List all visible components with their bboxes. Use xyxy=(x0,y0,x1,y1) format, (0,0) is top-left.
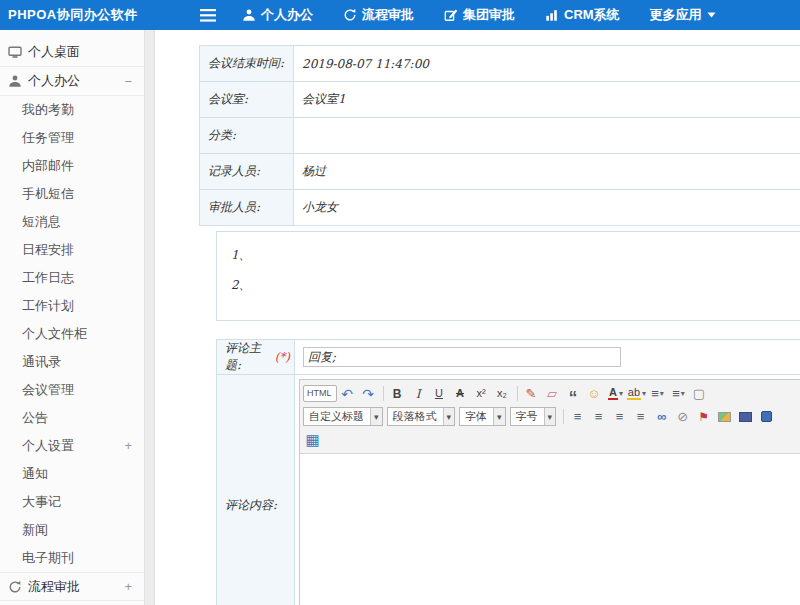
sidebar-item[interactable]: 通知 xyxy=(0,460,144,488)
align-center-button[interactable]: ≡ xyxy=(589,407,609,427)
attachment-button[interactable] xyxy=(757,407,777,427)
new-document-button[interactable]: ▢ xyxy=(690,384,710,404)
toolbar-dropdown[interactable]: 段落格式 ▾ xyxy=(387,407,456,426)
nav-more-apps[interactable]: 更多应用 xyxy=(650,6,716,24)
sidebar-item[interactable]: 个人文件柜 xyxy=(0,320,144,348)
top-nav: 个人办公 流程审批 集团审批 CRM系统 更多应用 xyxy=(242,6,716,24)
sidebar-item[interactable]: 任务管理 xyxy=(0,124,144,152)
highlight-color-button[interactable]: ab ▾ xyxy=(627,384,647,404)
font-color-button[interactable]: A ▾ xyxy=(606,384,626,404)
flow-icon xyxy=(8,580,22,594)
toolbar-dropdown[interactable]: 自定义标题 ▾ xyxy=(303,407,383,426)
underline-button[interactable]: U xyxy=(430,384,450,404)
toolbar-dropdown[interactable]: 字体 ▾ xyxy=(459,407,506,426)
table-row: 记录人员: 杨过 xyxy=(200,154,800,190)
sidebar-item-label: 电子期刊 xyxy=(22,544,74,572)
row-label: 记录人员: xyxy=(200,154,294,189)
user-icon xyxy=(8,74,22,88)
sidebar-item[interactable]: 大事记 xyxy=(0,488,144,516)
unlink-button[interactable]: ⊘ xyxy=(673,407,693,427)
editor-content-area[interactable] xyxy=(300,454,800,605)
undo-button[interactable]: ↶ xyxy=(338,384,358,404)
sidebar-item-label: 短消息 xyxy=(22,208,61,236)
table-row: 审批人员: 小龙女 xyxy=(200,190,800,226)
table-row: 分类: xyxy=(200,118,800,154)
sidebar-item[interactable]: 工作计划 xyxy=(0,292,144,320)
dropdown-caret-icon: ▾ xyxy=(493,408,505,425)
sidebar-item[interactable]: 手机短信 xyxy=(0,180,144,208)
sidebar-item[interactable]: 新闻 xyxy=(0,516,144,544)
hamburger-menu-icon[interactable] xyxy=(200,9,216,22)
comment-subject-input[interactable] xyxy=(303,347,621,367)
section-toggle[interactable]: − xyxy=(124,74,132,89)
align-left-button[interactable]: ≡ xyxy=(568,407,588,427)
sidebar-item-personal-desktop[interactable]: 个人桌面 xyxy=(0,38,144,67)
sidebar: 个人桌面 个人办公 − 我的考勤 任务管理 xyxy=(0,30,145,605)
toolbar-dropdown[interactable]: 字号 ▾ xyxy=(510,407,557,426)
sidebar-item-label: 大事记 xyxy=(22,488,61,516)
sidebar-item-label: 工作计划 xyxy=(22,292,74,320)
clear-format-button[interactable]: ▱ xyxy=(543,384,563,404)
superscript-button[interactable]: x² xyxy=(472,384,492,404)
nav-group-approval[interactable]: 集团审批 xyxy=(444,6,515,24)
redo-button[interactable]: ↷ xyxy=(359,384,379,404)
nav-workflow-approval[interactable]: 流程审批 xyxy=(343,6,414,24)
sidebar-item[interactable]: 会议管理 xyxy=(0,376,144,404)
ordered-list-button[interactable]: ≡ ▾ xyxy=(648,384,668,404)
app-window: PHPOA协同办公软件 个人办公 流程审批 集团审批 xyxy=(0,0,800,605)
nav-personal-office[interactable]: 个人办公 xyxy=(242,6,313,24)
comment-form: 评论主题: (*) 评论内容: xyxy=(216,339,800,605)
insert-table-button[interactable]: ▦ xyxy=(303,430,323,450)
sidebar-item[interactable]: 内部邮件 xyxy=(0,152,144,180)
sidebar-item-label: 通知 xyxy=(22,460,48,488)
table-row: 会议结束时间: 2019-08-07 11:47:00 xyxy=(200,46,800,82)
desktop-icon xyxy=(8,45,22,59)
subscript-button[interactable]: x₂ xyxy=(493,384,513,404)
app-title: PHPOA协同办公软件 xyxy=(0,6,150,24)
align-right-button[interactable]: ≡ xyxy=(610,407,630,427)
row-value: 会议室1 xyxy=(294,82,800,117)
nav-crm-system[interactable]: CRM系统 xyxy=(545,6,620,24)
sidebar-item-label: 通讯录 xyxy=(22,348,61,376)
emoticon-button[interactable]: ☺ xyxy=(585,384,605,404)
row-label: 分类: xyxy=(200,118,294,153)
sidebar-item[interactable]: 日程安排 xyxy=(0,236,144,264)
sidebar-item[interactable]: 我的考勤 xyxy=(0,96,144,124)
sidebar-item-personal-office[interactable]: 个人办公 − xyxy=(0,67,144,96)
row-value: 杨过 xyxy=(294,154,800,189)
sidebar-item[interactable]: 个人设置 + xyxy=(0,432,144,460)
dropdown-caret-icon: ▾ xyxy=(443,408,455,425)
link-button[interactable]: ∞ xyxy=(652,407,672,427)
toolbar-row-2-buttons: ≡ ≡ xyxy=(560,407,777,427)
video-button[interactable] xyxy=(736,407,756,427)
person-icon xyxy=(242,8,256,22)
nav-label: 个人办公 xyxy=(261,6,313,24)
panel-splitter[interactable] xyxy=(145,30,155,605)
sidebar-item[interactable]: 电子期刊 xyxy=(0,544,144,572)
sidebar-item[interactable]: 公告 xyxy=(0,404,144,432)
sidebar-item[interactable]: 短消息 xyxy=(0,208,144,236)
bold-button[interactable]: B xyxy=(388,384,408,404)
image-button[interactable] xyxy=(715,407,735,427)
sidebar-item-workflow-approval[interactable]: 流程审批 + xyxy=(0,572,144,601)
html-source-button[interactable]: HTML xyxy=(303,385,337,402)
sidebar-item[interactable]: 通讯录 xyxy=(0,348,144,376)
nav-label: 流程审批 xyxy=(362,6,414,24)
sidebar-item-label: 日程安排 xyxy=(22,236,74,264)
section-toggle[interactable]: + xyxy=(124,579,132,594)
format-painter-button[interactable]: ✎ xyxy=(522,384,542,404)
blockquote-button[interactable]: “ xyxy=(564,384,584,404)
nav-label: 集团审批 xyxy=(463,6,515,24)
anchor-button[interactable]: ⚑ xyxy=(694,407,714,427)
content-line: 1、 xyxy=(231,240,800,270)
rich-text-editor: HTML ↶ xyxy=(299,379,800,605)
sidebar-item[interactable]: 工作日志 xyxy=(0,264,144,292)
unordered-list-button[interactable]: ≡ ▾ xyxy=(669,384,689,404)
strikethrough-button[interactable]: A xyxy=(451,384,471,404)
separator xyxy=(563,409,564,424)
item-toggle[interactable]: + xyxy=(124,432,132,460)
toolbar-row-3: ▦ xyxy=(303,428,800,451)
align-justify-button[interactable]: ≡ xyxy=(631,407,651,427)
italic-button[interactable]: I xyxy=(409,384,429,404)
row-value xyxy=(294,118,800,153)
